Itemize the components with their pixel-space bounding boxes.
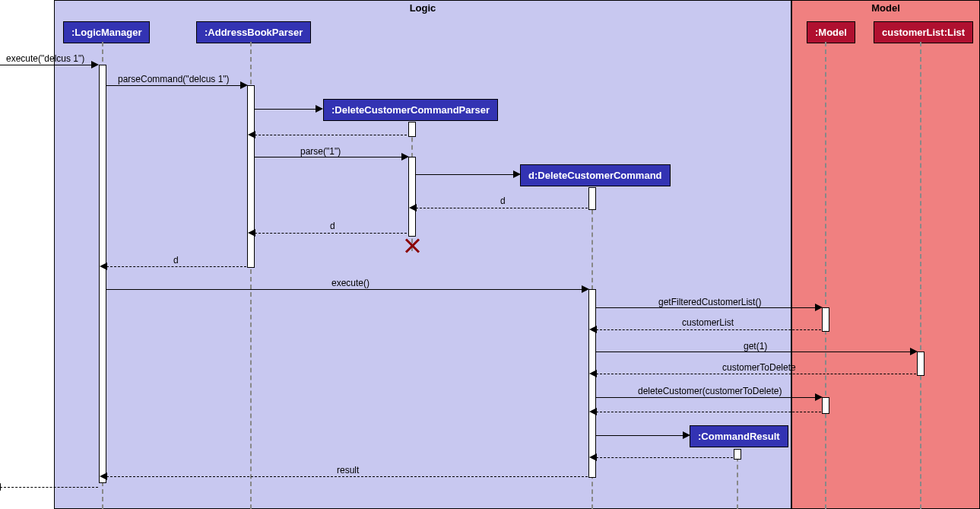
msg-get-1: get(1) [744, 341, 767, 352]
activation-customer-list [917, 352, 924, 376]
arrow-d1 [416, 208, 588, 208]
msg-customer-to-delete: customerToDelete [722, 362, 796, 373]
activation-model-1 [822, 307, 829, 332]
arrowhead-delete-customer-return [589, 408, 597, 415]
arrow-result [106, 476, 588, 477]
msg-delete-customer: deleteCustomer(customerToDelete) [638, 386, 782, 396]
logic-frame-title: Logic [410, 2, 436, 14]
arrowhead-customer-to-delete [589, 370, 597, 377]
arrowhead-cr-return [589, 453, 597, 461]
arrowhead-get-filtered [815, 304, 823, 311]
arrow-d2 [255, 233, 407, 234]
arrowhead-d1 [409, 204, 417, 212]
participant-command-result: :CommandResult [690, 425, 788, 447]
participant-delete-customer-command-parser: :DeleteCustomerCommandParser [323, 99, 498, 121]
arrowhead-result [100, 472, 107, 480]
participant-customer-list: customerList:List [874, 21, 973, 43]
arrowhead-delete-customer [815, 393, 823, 401]
participant-logic-manager: :LogicManager [63, 21, 150, 43]
arrow-get-1 [596, 352, 912, 352]
lifeline-customer-list [920, 42, 921, 509]
participant-address-book-parser: :AddressBookParser [196, 21, 311, 43]
msg-d3: d [173, 255, 179, 266]
arrow-delete-customer-return [596, 412, 821, 412]
msg-d1: d [500, 196, 506, 206]
msg-execute-1: execute("delcus 1") [6, 53, 84, 64]
msg-d2: d [330, 221, 335, 231]
model-frame-title: Model [871, 2, 900, 14]
arrow-delete-customer [596, 397, 817, 398]
arrowhead-parse-command [240, 81, 248, 89]
msg-result: result [337, 465, 359, 476]
arrow-create-cr [596, 435, 684, 436]
arrowhead-return-dccp [248, 131, 255, 138]
arrowhead-final-return [0, 483, 1, 491]
activation-command-result [734, 449, 741, 460]
arrowhead-execute-2 [582, 285, 589, 293]
arrowhead-create-dcc [513, 170, 521, 178]
msg-get-filtered: getFilteredCustomerList() [658, 297, 761, 307]
arrow-execute-1 [0, 65, 93, 65]
arrow-cr-return [596, 457, 733, 458]
arrowhead-customer-list [589, 326, 597, 333]
arrow-create-dccp [255, 109, 317, 110]
msg-execute-2: execute() [331, 278, 369, 288]
activation-address-book-parser [247, 85, 255, 268]
arrowhead-get-1 [910, 348, 918, 355]
arrowhead-parse [401, 153, 409, 161]
arrowhead-create-dccp [316, 105, 323, 113]
participant-delete-customer-command: d:DeleteCustomerCommand [520, 164, 671, 186]
arrow-return-dccp [255, 135, 407, 135]
activation-model-2 [822, 397, 829, 414]
participant-model: :Model [807, 21, 855, 43]
arrow-final-return [0, 487, 98, 488]
arrow-execute-2 [106, 289, 583, 290]
destroy-icon [404, 238, 420, 253]
activation-dccp-1 [408, 122, 416, 137]
arrow-get-filtered [596, 307, 817, 308]
activation-dcc-2 [588, 289, 596, 478]
activation-logic-manager [99, 65, 106, 483]
activation-dcc-1 [588, 187, 596, 210]
activation-dccp-2 [408, 157, 416, 237]
arrow-d3 [106, 266, 246, 267]
arrow-parse [255, 157, 403, 157]
lifeline-model [825, 42, 826, 509]
arrow-customer-to-delete [596, 374, 916, 374]
arrow-parse-command [106, 85, 242, 86]
arrowhead-create-cr [683, 431, 690, 439]
msg-customer-list: customerList [682, 317, 734, 328]
arrow-customer-list [596, 329, 821, 330]
msg-parse-command: parseCommand("delcus 1") [118, 74, 230, 84]
arrow-create-dcc [416, 174, 515, 175]
arrowhead-d2 [248, 229, 255, 237]
msg-parse: parse("1") [300, 146, 341, 157]
arrowhead-execute-1 [91, 61, 99, 68]
model-frame: Model [791, 0, 980, 509]
arrowhead-d3 [100, 262, 107, 270]
